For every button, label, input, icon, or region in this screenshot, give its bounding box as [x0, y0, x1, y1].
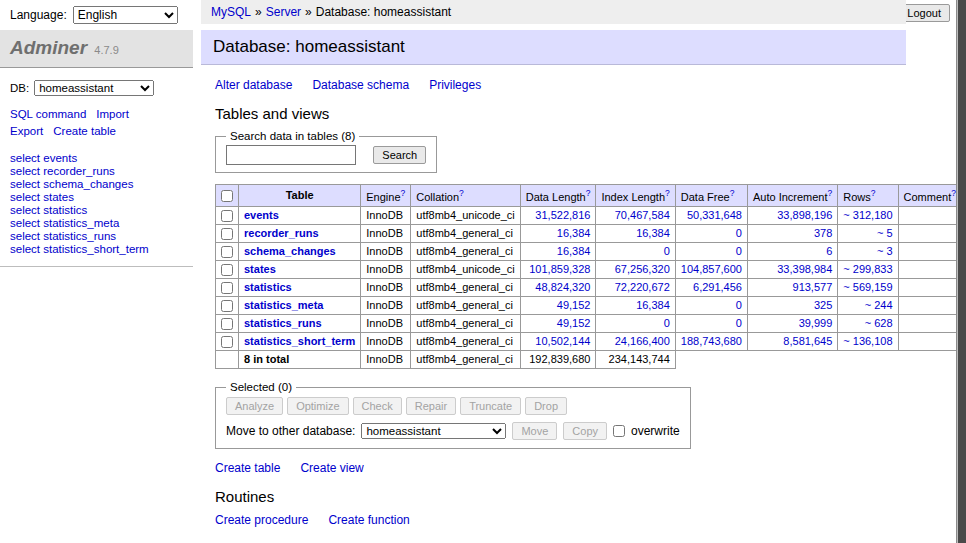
truncate-button[interactable]: Truncate	[460, 397, 521, 415]
auto-increment-link[interactable]: 8,581,645	[783, 335, 832, 347]
data-length-link[interactable]: 16,384	[557, 245, 591, 257]
sidebar-select-link[interactable]: select	[10, 191, 40, 203]
sidebar-select-link[interactable]: select	[10, 243, 40, 255]
import-link[interactable]: Import	[96, 108, 129, 120]
column-help-link[interactable]: ?	[828, 188, 833, 198]
privileges-link[interactable]: Privileges	[429, 78, 481, 92]
scrollbar[interactable]	[956, 0, 966, 543]
table-name-link[interactable]: statistics_meta	[244, 299, 324, 311]
auto-increment-link[interactable]: 6	[826, 245, 832, 257]
auto-increment-link[interactable]: 325	[814, 299, 832, 311]
column-help-link[interactable]: ?	[665, 188, 670, 198]
table-name-link[interactable]: statistics_runs	[244, 317, 322, 329]
data-length-link[interactable]: 16,384	[557, 227, 591, 239]
data-length-link[interactable]: 101,859,328	[529, 263, 590, 275]
drop-button[interactable]: Drop	[525, 397, 567, 415]
data-free-link[interactable]: 104,857,600	[681, 263, 742, 275]
data-free-link[interactable]: 0	[736, 245, 742, 257]
data-free-link[interactable]: 188,743,680	[681, 335, 742, 347]
index-length-link[interactable]: 72,220,672	[615, 281, 670, 293]
sidebar-table-link[interactable]: statistics_runs	[43, 230, 116, 242]
search-input[interactable]	[226, 145, 356, 165]
sidebar-select-link[interactable]: select	[10, 152, 40, 164]
create-view-link[interactable]: Create view	[300, 461, 363, 475]
rows-link[interactable]: ~ 299,833	[843, 263, 892, 275]
rows-link[interactable]: ~ 312,180	[843, 209, 892, 221]
data-free-link[interactable]: 0	[736, 299, 742, 311]
table-name-link[interactable]: schema_changes	[244, 245, 336, 257]
sidebar-table-link[interactable]: states	[43, 191, 74, 203]
create-table-link[interactable]: Create table	[53, 125, 116, 137]
row-checkbox[interactable]	[221, 210, 233, 222]
rows-link[interactable]: ~ 244	[865, 299, 893, 311]
index-length-link[interactable]: 67,256,320	[615, 263, 670, 275]
index-length-link[interactable]: 16,384	[636, 227, 670, 239]
row-checkbox[interactable]	[221, 318, 233, 330]
overwrite-checkbox[interactable]	[613, 425, 625, 437]
language-select[interactable]: English	[73, 6, 178, 24]
auto-increment-link[interactable]: 39,999	[799, 317, 833, 329]
sidebar-table-link[interactable]: statistics	[43, 204, 87, 216]
data-length-link[interactable]: 48,824,320	[535, 281, 590, 293]
data-length-link[interactable]: 31,522,816	[535, 209, 590, 221]
move-button[interactable]: Move	[512, 422, 557, 440]
index-length-link[interactable]: 0	[664, 245, 670, 257]
auto-increment-link[interactable]: 913,577	[793, 281, 833, 293]
data-free-link[interactable]: 0	[736, 317, 742, 329]
column-help-link[interactable]: ?	[730, 188, 735, 198]
row-checkbox[interactable]	[221, 282, 233, 294]
sidebar-table-link[interactable]: statistics_meta	[43, 217, 119, 229]
row-checkbox[interactable]	[221, 264, 233, 276]
sidebar-select-link[interactable]: select	[10, 204, 40, 216]
rows-link[interactable]: ~ 628	[865, 317, 893, 329]
row-checkbox[interactable]	[221, 246, 233, 258]
analyze-button[interactable]: Analyze	[226, 397, 283, 415]
data-free-link[interactable]: 0	[736, 227, 742, 239]
index-length-link[interactable]: 16,384	[636, 299, 670, 311]
data-length-link[interactable]: 10,502,144	[535, 335, 590, 347]
sql-command-link[interactable]: SQL command	[10, 108, 86, 120]
sidebar-select-link[interactable]: select	[10, 230, 40, 242]
table-name-link[interactable]: statistics	[244, 281, 292, 293]
auto-increment-link[interactable]: 33,398,984	[777, 263, 832, 275]
column-help-link[interactable]: ?	[401, 188, 406, 198]
alter-database-link[interactable]: Alter database	[215, 78, 292, 92]
sidebar-table-link[interactable]: schema_changes	[43, 178, 133, 190]
breadcrumb-server-link[interactable]: Server	[266, 5, 301, 19]
overwrite-label[interactable]: overwrite	[631, 424, 680, 438]
create-function-link[interactable]: Create function	[328, 513, 409, 527]
optimize-button[interactable]: Optimize	[287, 397, 348, 415]
create-table-link[interactable]: Create table	[215, 461, 280, 475]
sidebar-table-link[interactable]: statistics_short_term	[43, 243, 148, 255]
auto-increment-link[interactable]: 33,898,196	[777, 209, 832, 221]
export-link[interactable]: Export	[10, 125, 43, 137]
auto-increment-link[interactable]: 378	[814, 227, 832, 239]
row-checkbox[interactable]	[221, 228, 233, 240]
select-all-checkbox[interactable]	[221, 190, 233, 202]
scrollbar-thumb[interactable]	[958, 0, 966, 543]
rows-link[interactable]: ~ 5	[877, 227, 893, 239]
rows-link[interactable]: ~ 136,108	[843, 335, 892, 347]
data-length-link[interactable]: 49,152	[557, 299, 591, 311]
table-name-link[interactable]: statistics_short_term	[244, 335, 355, 347]
rows-link[interactable]: ~ 3	[877, 245, 893, 257]
repair-button[interactable]: Repair	[406, 397, 456, 415]
copy-button[interactable]: Copy	[563, 422, 607, 440]
column-help-link[interactable]: ?	[871, 188, 876, 198]
db-select[interactable]: homeassistant	[34, 80, 154, 96]
index-length-link[interactable]: 24,166,400	[615, 335, 670, 347]
index-length-link[interactable]: 0	[664, 317, 670, 329]
logout-button[interactable]: Logout	[898, 4, 950, 22]
search-button[interactable]: Search	[373, 146, 426, 164]
data-length-link[interactable]: 49,152	[557, 317, 591, 329]
table-name-link[interactable]: states	[244, 263, 276, 275]
table-name-link[interactable]: recorder_runs	[244, 227, 319, 239]
sidebar-select-link[interactable]: select	[10, 178, 40, 190]
row-checkbox[interactable]	[221, 300, 233, 312]
column-help-link[interactable]: ?	[459, 188, 464, 198]
breadcrumb-mysql-link[interactable]: MySQL	[211, 5, 251, 19]
data-free-link[interactable]: 6,291,456	[693, 281, 742, 293]
table-name-link[interactable]: events	[244, 209, 279, 221]
sidebar-select-link[interactable]: select	[10, 165, 40, 177]
database-schema-link[interactable]: Database schema	[312, 78, 409, 92]
